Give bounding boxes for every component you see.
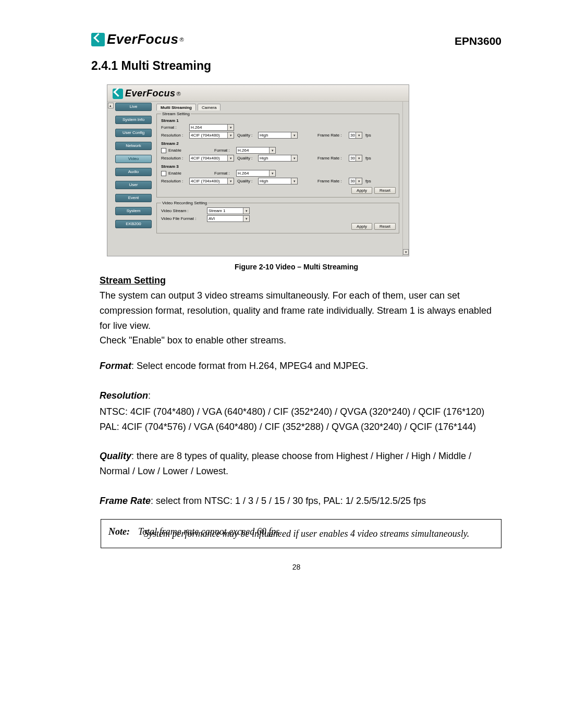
- brand-logo: EverFocus ®: [91, 31, 184, 47]
- framerate-label: Frame Rate :: [317, 179, 347, 183]
- framerate-label: Frame Rate :: [317, 133, 347, 138]
- scroll-down-icon[interactable]: ▾: [403, 249, 409, 255]
- fps-label: fps: [365, 156, 371, 161]
- framerate-select[interactable]: 30▾: [349, 155, 362, 162]
- stream-title: Stream 1: [161, 118, 396, 123]
- quality-label: Quality :: [237, 156, 256, 161]
- chevron-down-icon: ▾: [269, 170, 275, 176]
- chevron-down-icon: ▾: [356, 132, 362, 138]
- fps-label: fps: [365, 179, 371, 183]
- chevron-down-icon: ▾: [227, 125, 234, 130]
- fps-label: fps: [365, 133, 371, 138]
- sidebar-item-audio[interactable]: Audio: [115, 168, 152, 176]
- quality-label: Quality :: [237, 179, 256, 183]
- format-label: Format :: [161, 125, 187, 130]
- reset-button[interactable]: Reset: [374, 187, 396, 194]
- format-select[interactable]: H.264▾: [236, 170, 276, 177]
- sidebar-item-user-config[interactable]: User Config: [115, 129, 152, 137]
- resolution-text: NTSC: 4CIF (704*480) / VGA (640*480) / C…: [100, 404, 501, 435]
- sidebar-item-system[interactable]: System: [115, 207, 152, 215]
- format-paragraph: Format: Select encode format from H.264,…: [100, 359, 501, 374]
- video-recording-legend: Video Recording Setting: [161, 201, 208, 205]
- resolution-heading: Resolution:: [100, 388, 501, 403]
- sidebar-item-system-info[interactable]: System Info: [115, 116, 152, 124]
- chevron-down-icon: ▾: [291, 178, 297, 184]
- chevron-down-icon: ▾: [227, 132, 234, 138]
- paragraph-intro: The system can output 3 video streams si…: [100, 288, 501, 348]
- enable-checkbox[interactable]: [161, 148, 166, 153]
- resolution-select[interactable]: 4CIF (704x480)▾: [189, 155, 234, 162]
- screenshot-figure: EverFocus ® ▴ LiveSystem InfoUser Config…: [107, 84, 409, 256]
- quality-select[interactable]: High▾: [258, 132, 298, 139]
- chevron-down-icon: ▾: [269, 147, 275, 153]
- resolution-label: Resolution :: [161, 179, 187, 183]
- video-file-format-label: Video File Format :: [161, 216, 205, 221]
- chevron-down-icon: ▾: [356, 155, 362, 161]
- framerate-label: Frame Rate :: [317, 156, 347, 161]
- quality-paragraph: Quality: there are 8 types of quality, p…: [100, 449, 501, 479]
- video-stream-select[interactable]: Stream 1▾: [207, 207, 250, 214]
- registered-mark: ®: [179, 36, 183, 43]
- quality-label: Quality :: [237, 133, 256, 138]
- page-number: 28: [91, 563, 501, 571]
- format-select[interactable]: H.264▾: [189, 124, 234, 131]
- sidebar-item-video[interactable]: Video: [115, 155, 152, 163]
- stream-setting-legend: Stream Setting: [161, 112, 191, 116]
- registered-mark-shot: ®: [177, 91, 181, 97]
- chevron-down-icon: ▾: [227, 178, 234, 184]
- everfocus-icon: [91, 33, 105, 46]
- chevron-down-icon: ▾: [243, 216, 249, 221]
- framerate-paragraph: Frame Rate: select from NTSC: 1 / 3 / 5 …: [100, 493, 501, 509]
- quality-select[interactable]: High▾: [258, 178, 298, 184]
- brand-text: EverFocus: [107, 31, 178, 47]
- section-title: 2.4.1 Multi Streaming: [91, 59, 501, 73]
- chevron-down-icon: ▾: [291, 132, 297, 138]
- reset-button[interactable]: Reset: [374, 223, 396, 230]
- apply-button[interactable]: Apply: [351, 223, 372, 230]
- resolution-select[interactable]: 4CIF (704x480)▾: [189, 178, 234, 184]
- format-label: Format :: [214, 148, 234, 153]
- sidebar-item-ekb200[interactable]: EKB200: [115, 220, 152, 228]
- enable-label: Enable: [168, 148, 189, 153]
- stream-title: Stream 3: [161, 164, 396, 169]
- chevron-down-icon: ▾: [356, 178, 362, 184]
- sidebar-item-network[interactable]: Network: [115, 142, 152, 150]
- everfocus-icon: [113, 89, 123, 99]
- enable-label: Enable: [168, 171, 189, 176]
- resolution-select[interactable]: 4CIF (704x480)▾: [189, 132, 234, 139]
- quality-select[interactable]: High▾: [258, 155, 298, 162]
- model-label: EPN3600: [455, 35, 501, 47]
- video-stream-label: Video Stream :: [161, 208, 205, 213]
- enable-checkbox[interactable]: [161, 171, 166, 176]
- framerate-select[interactable]: 30▾: [349, 178, 362, 184]
- format-select[interactable]: H.264▾: [236, 147, 276, 154]
- scroll-up-icon[interactable]: ▴: [108, 103, 114, 108]
- video-file-format-select[interactable]: AVI▾: [207, 215, 250, 222]
- resolution-label: Resolution :: [161, 156, 187, 161]
- sidebar-item-user[interactable]: User: [115, 181, 152, 189]
- chevron-down-icon: ▾: [227, 155, 234, 161]
- tab-multi-streaming[interactable]: Multi Streaming: [156, 104, 196, 110]
- apply-button[interactable]: Apply: [351, 187, 372, 194]
- note-box: Note:Total frame rate cannot exceed 60 f…: [101, 519, 501, 548]
- sidebar-item-live[interactable]: Live: [115, 103, 152, 111]
- chevron-down-icon: ▾: [291, 155, 297, 161]
- resolution-label: Resolution :: [161, 133, 187, 138]
- figure-caption: Figure 2-10 Video – Multi Streaming: [91, 263, 501, 271]
- stream-setting-fieldset: Stream Setting Stream 1Format :H.264▾Res…: [156, 112, 399, 198]
- sidebar-item-event[interactable]: Event: [115, 194, 152, 202]
- framerate-select[interactable]: 30▾: [349, 132, 362, 139]
- brand-text-shot: EverFocus: [125, 88, 176, 99]
- video-recording-fieldset: Video Recording Setting Video Stream : S…: [156, 201, 399, 233]
- stream-title: Stream 2: [161, 141, 396, 146]
- stream-setting-heading: Stream Setting: [100, 275, 501, 286]
- format-label: Format :: [214, 171, 234, 176]
- chevron-down-icon: ▾: [243, 208, 249, 214]
- tab-camera[interactable]: Camera: [198, 104, 221, 110]
